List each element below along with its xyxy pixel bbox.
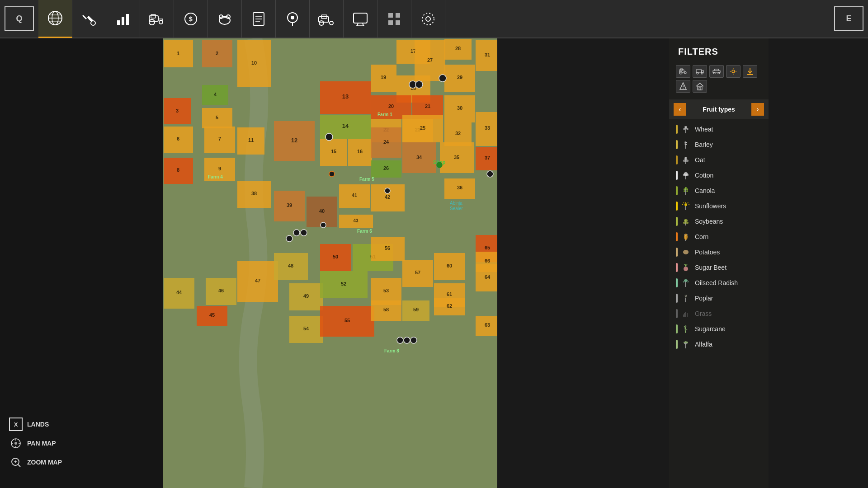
svg-text:33: 33 [485,125,490,131]
toolbar-animals-btn[interactable] [208,0,242,38]
pan-map-icon [9,436,23,450]
svg-text:42: 42 [385,194,390,200]
fruit-item-wheat[interactable]: Wheat [669,122,769,137]
fruit-item-oilseed-radish[interactable]: Oilseed Radish [669,275,769,291]
svg-text:19: 19 [381,75,386,80]
sunflowers-color-bar [676,202,678,211]
toolbar-rankings-btn[interactable] [377,0,411,38]
svg-point-197 [437,162,442,168]
fruit-item-alfalfa[interactable]: Alfalfa [669,337,769,352]
sunflowers-label: Sunflowers [695,202,726,210]
oilseed-radish-icon [681,278,690,287]
svg-point-261 [685,253,686,253]
fruit-item-sugar-beet[interactable]: Sugar Beet [669,260,769,275]
fruit-item-potatoes[interactable]: Potatoes [669,244,769,260]
toolbar-money-btn[interactable]: $ [174,0,208,38]
poplar-icon [681,294,690,303]
q-button[interactable]: Q [5,6,34,31]
fruit-type-next[interactable]: › [751,103,764,116]
soybeans-icon [681,217,690,226]
fruit-item-oat[interactable]: Oat [669,152,769,168]
svg-text:30: 30 [457,105,462,111]
fruit-item-poplar[interactable]: Poplar [669,291,769,306]
svg-text:37: 37 [485,155,490,160]
barley-color-bar [676,140,678,149]
svg-line-269 [688,282,689,282]
svg-rect-218 [698,86,702,90]
svg-text:2: 2 [216,51,218,56]
filter-alert-icon[interactable] [676,80,690,93]
oilseed-radish-label: Oilseed Radish [695,279,738,286]
svg-text:48: 48 [288,263,293,268]
svg-text:12: 12 [291,137,297,144]
svg-text:50: 50 [333,254,338,259]
sugar-beet-label: Sugar Beet [695,264,726,271]
svg-text:5: 5 [216,115,218,120]
svg-text:39: 39 [287,202,292,208]
svg-point-190 [326,133,333,141]
toolbar-stats-btn[interactable] [106,0,140,38]
svg-point-262 [684,267,688,271]
svg-point-217 [683,88,684,89]
fruit-item-cotton[interactable]: Cotton [669,168,769,183]
svg-text:24: 24 [383,139,389,145]
e-button[interactable]: E [834,6,863,31]
fruit-item-canola[interactable]: Canola [669,183,769,198]
svg-point-244 [684,203,687,206]
svg-text:57: 57 [415,270,420,275]
fruit-type-prev[interactable]: ‹ [674,103,686,116]
filter-home-icon[interactable] [693,80,707,93]
svg-point-193 [301,230,307,236]
svg-text:10: 10 [251,60,257,66]
fruit-item-sunflowers[interactable]: Sunflowers [669,198,769,214]
map-area[interactable]: 1 2 3 4 5 6 7 8 9 10 11 12 13 14 15 16 1… [163,38,497,488]
filter-truck-icon[interactable] [693,65,707,78]
fruit-type-label: Fruit types [686,106,751,113]
fruit-item-soybeans[interactable]: Soybeans [669,214,769,229]
fruit-item-corn[interactable]: Corn [669,229,769,244]
lands-control[interactable]: X LANDS [9,418,62,431]
svg-rect-9 [122,17,124,25]
svg-text:66: 66 [485,258,490,263]
svg-point-194 [286,235,292,242]
zoom-map-control[interactable]: ZOOM MAP [9,455,62,469]
fruit-item-sugarcane[interactable]: Sugarcane [669,321,769,337]
svg-text:26: 26 [383,165,389,171]
fruit-item-grass[interactable]: Grass [669,306,769,321]
filter-download-icon[interactable] [743,65,757,78]
svg-text:Farm 1: Farm 1 [377,112,392,117]
toolbar-tools-btn[interactable] [72,0,106,38]
svg-text:35: 35 [454,155,459,160]
filter-tractor-icon[interactable] [676,65,690,78]
svg-text:62: 62 [447,303,452,309]
svg-point-196 [329,171,335,177]
svg-text:21: 21 [425,103,430,109]
poplar-color-bar [676,294,678,303]
svg-text:3: 3 [176,108,179,113]
svg-text:32: 32 [455,131,461,136]
fruit-item-barley[interactable]: Barley [669,137,769,152]
filter-vehicle-icon[interactable] [709,65,724,78]
toolbar-workers-btn[interactable] [310,0,344,38]
toolbar-tractor-btn[interactable] [140,0,174,38]
svg-text:65: 65 [485,245,490,250]
svg-text:Farm 8: Farm 8 [384,348,399,353]
oilseed-radish-color-bar [676,278,678,287]
svg-text:41: 41 [352,192,357,198]
filter-gear-icon[interactable] [726,65,741,78]
svg-rect-40 [396,13,400,18]
potatoes-icon [681,248,690,257]
toolbar-map-btn[interactable] [38,0,72,38]
pan-map-control[interactable]: PAN MAP [9,436,62,450]
svg-rect-39 [388,13,393,18]
cotton-icon [681,171,690,180]
alfalfa-color-bar [676,340,678,349]
toolbar-missions-btn[interactable] [276,0,310,38]
toolbar-settings-btn[interactable] [411,0,445,38]
toolbar-contracts-btn[interactable] [242,0,276,38]
svg-text:38: 38 [251,191,257,196]
svg-text:53: 53 [383,288,389,293]
svg-text:60: 60 [447,263,452,268]
svg-rect-41 [388,20,393,25]
toolbar-hud-btn[interactable] [344,0,377,38]
